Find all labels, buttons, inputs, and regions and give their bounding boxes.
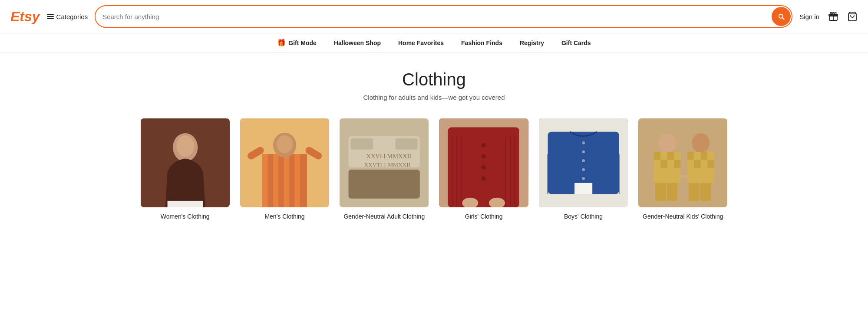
nav-label-registry: Registry [520, 39, 544, 46]
gift-icon-button[interactable] [828, 11, 838, 22]
categories-label: Categories [56, 13, 88, 20]
product-label-womens: Women's Clothing [161, 213, 210, 221]
svg-point-44 [581, 168, 585, 171]
cart-button[interactable] [847, 11, 858, 22]
svg-text:XXVTI-I-MMXXII: XXVTI-I-MMXXII [364, 161, 411, 168]
nav-label-halloween-shop: Halloween Shop [334, 39, 381, 46]
svg-rect-71 [707, 160, 714, 167]
product-image-boys [539, 118, 628, 207]
svg-rect-73 [700, 183, 711, 201]
categories-button[interactable]: Categories [47, 13, 88, 20]
svg-rect-70 [701, 160, 707, 167]
nav-item-halloween-shop[interactable]: Halloween Shop [334, 39, 381, 46]
svg-point-62 [692, 133, 710, 153]
product-image-girls [439, 118, 528, 207]
svg-rect-7 [167, 201, 203, 207]
svg-rect-66 [701, 152, 707, 160]
product-card-boys[interactable]: Boys' Clothing [539, 118, 628, 221]
product-image-womens [141, 118, 230, 207]
product-image-mens [240, 118, 329, 207]
hamburger-icon [47, 14, 54, 19]
product-card-mens[interactable]: Men's Clothing [240, 118, 329, 221]
product-image-gender-adult: XXVI·I·MMXXII XXVTI-I-MMXXII [340, 118, 429, 207]
svg-rect-49 [638, 118, 727, 207]
product-card-girls[interactable]: Girls' Clothing [439, 118, 528, 221]
svg-point-27 [482, 143, 486, 147]
product-label-boys: Boys' Clothing [564, 213, 603, 221]
product-label-gender-adult: Gender-Neutral Adult Clothing [343, 213, 425, 221]
svg-point-15 [277, 135, 293, 153]
svg-rect-10 [262, 154, 267, 207]
main-content: Clothing Clothing for adults and kids—we… [130, 52, 738, 239]
svg-rect-65 [694, 152, 700, 160]
svg-point-30 [482, 176, 486, 180]
svg-rect-57 [660, 160, 667, 167]
gift-icon [828, 11, 838, 22]
nav-label-gift-cards: Gift Cards [561, 39, 591, 46]
svg-point-43 [581, 159, 585, 162]
svg-rect-11 [273, 154, 278, 207]
svg-point-45 [581, 177, 585, 180]
svg-rect-23 [351, 138, 373, 150]
product-card-womens[interactable]: Women's Clothing [141, 118, 230, 221]
svg-rect-64 [687, 152, 694, 160]
nav-label-fashion-finds: Fashion Finds [461, 39, 502, 46]
svg-rect-12 [284, 154, 289, 207]
svg-point-5 [176, 135, 194, 157]
svg-rect-54 [667, 152, 674, 160]
page-subtitle: Clothing for adults and kids—we got you … [141, 94, 728, 101]
cart-icon [847, 11, 858, 22]
svg-rect-58 [667, 160, 674, 167]
svg-rect-56 [654, 160, 660, 167]
svg-rect-61 [667, 183, 678, 201]
svg-rect-52 [654, 152, 660, 160]
svg-rect-53 [660, 152, 667, 160]
gift-mode-icon: 🎁 [277, 39, 286, 47]
svg-point-50 [658, 133, 676, 153]
svg-rect-20 [349, 170, 420, 199]
svg-rect-59 [674, 160, 680, 167]
nav-item-gift-mode[interactable]: 🎁 Gift Mode [277, 39, 317, 47]
svg-point-42 [581, 150, 585, 154]
svg-rect-48 [574, 183, 592, 194]
search-bar [95, 5, 792, 28]
search-icon [777, 13, 785, 20]
svg-rect-72 [689, 183, 700, 201]
product-label-mens: Men's Clothing [264, 213, 304, 221]
svg-text:XXVI·I·MMXXII: XXVI·I·MMXXII [366, 153, 412, 160]
product-card-gender-adult[interactable]: XXVI·I·MMXXII XXVTI-I-MMXXII Gender-Neut… [340, 118, 429, 221]
svg-rect-68 [687, 160, 694, 167]
product-grid: Women's Clothing [141, 118, 728, 221]
svg-rect-55 [674, 152, 680, 160]
header: Etsy Categories Sign in [0, 0, 868, 33]
svg-rect-60 [655, 183, 666, 201]
svg-rect-67 [707, 152, 714, 160]
etsy-logo[interactable]: Etsy [10, 9, 40, 25]
page-title: Clothing [141, 70, 728, 89]
main-nav: 🎁 Gift Mode Halloween Shop Home Favorite… [0, 33, 868, 52]
product-label-girls: Girls' Clothing [465, 213, 503, 221]
svg-rect-13 [294, 154, 300, 207]
header-actions: Sign in [799, 11, 858, 22]
nav-label-gift-mode: Gift Mode [288, 39, 317, 46]
svg-point-29 [482, 165, 486, 170]
svg-rect-69 [694, 160, 700, 167]
nav-item-fashion-finds[interactable]: Fashion Finds [461, 39, 502, 46]
product-card-gender-kids[interactable]: Gender-Neutral Kids' Clothing [638, 118, 727, 221]
search-button[interactable] [772, 7, 791, 26]
nav-item-gift-cards[interactable]: Gift Cards [561, 39, 591, 46]
sign-in-link[interactable]: Sign in [799, 13, 819, 20]
svg-point-41 [581, 141, 585, 144]
nav-item-registry[interactable]: Registry [520, 39, 544, 46]
svg-point-28 [482, 154, 486, 158]
nav-item-home-favorites[interactable]: Home Favorites [398, 39, 444, 46]
product-image-gender-kids [638, 118, 727, 207]
nav-label-home-favorites: Home Favorites [398, 39, 444, 46]
search-input[interactable] [96, 9, 771, 25]
svg-rect-24 [395, 138, 417, 150]
product-label-gender-kids: Gender-Neutral Kids' Clothing [643, 213, 723, 221]
